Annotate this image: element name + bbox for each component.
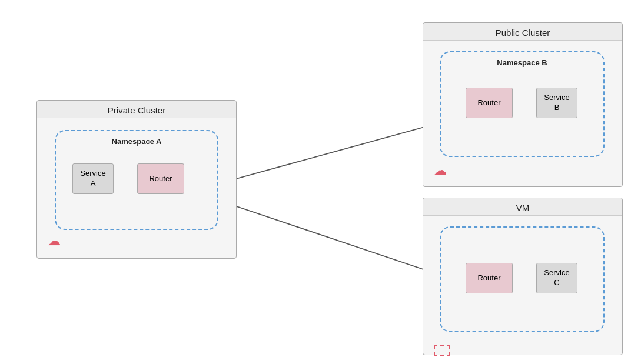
router-a-box: Router	[137, 163, 184, 194]
router-c-label: Router	[477, 273, 500, 283]
namespace-b-box: Namespace B Router ServiceB	[440, 51, 605, 157]
private-cluster-inner: Namespace A ServiceA Router ☁	[37, 118, 236, 255]
router-c-box: Router	[466, 263, 513, 293]
router-a-label: Router	[149, 174, 172, 184]
vm-cluster-inner: Router ServiceC	[423, 216, 622, 351]
private-cloud-icon: ☁	[48, 233, 61, 249]
diagram-container: Private Cluster Namespace A ServiceA Rou…	[0, 0, 641, 364]
service-c-box: ServiceC	[536, 263, 577, 293]
private-cluster-box: Private Cluster Namespace A ServiceA Rou…	[36, 100, 237, 259]
public-cloud-icon: ☁	[434, 163, 447, 178]
vm-cluster-title: VM	[423, 198, 622, 216]
vm-server-icon	[434, 345, 450, 356]
public-cluster-title: Public Cluster	[423, 23, 622, 41]
vm-cluster-box: VM Router ServiceC	[423, 198, 623, 355]
namespace-a-label: Namespace A	[112, 137, 162, 146]
vm-namespace-box: Router ServiceC	[440, 226, 605, 332]
namespace-b-label: Namespace B	[497, 58, 547, 67]
public-cluster-inner: Namespace B Router ServiceB ☁	[423, 41, 622, 183]
service-b-box: ServiceB	[536, 88, 577, 118]
service-a-label: ServiceA	[80, 169, 105, 189]
service-c-label: ServiceC	[544, 268, 569, 288]
service-b-label: ServiceB	[544, 93, 569, 113]
public-cluster-box: Public Cluster Namespace B Router Servic…	[423, 22, 623, 187]
private-cluster-title: Private Cluster	[37, 101, 236, 118]
router-b-box: Router	[466, 88, 513, 118]
service-a-box: ServiceA	[72, 163, 114, 194]
namespace-a-box: Namespace A ServiceA Router	[55, 130, 218, 230]
router-b-label: Router	[477, 98, 500, 108]
